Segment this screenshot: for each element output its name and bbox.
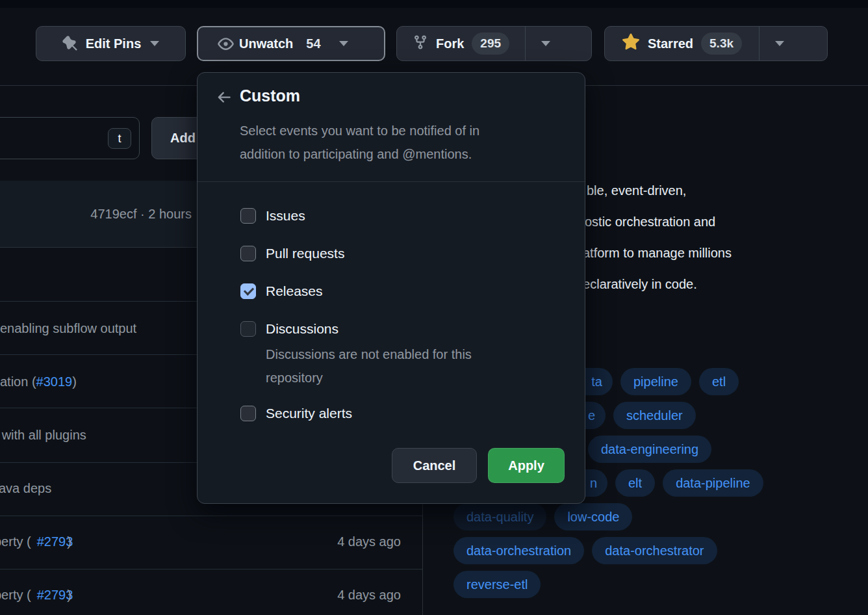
topic-tag[interactable]: data-orchestrator	[592, 537, 717, 564]
commit-message: perty (	[0, 534, 31, 549]
commit-message-suffix: )	[67, 588, 71, 602]
add-file-label: Add	[170, 131, 196, 146]
fork-button[interactable]: Fork 295	[397, 27, 525, 60]
star-button-group: Starred 5.3k	[604, 26, 828, 61]
topic-tag[interactable]: data-orchestration	[453, 537, 584, 564]
popover-title: Custom	[240, 86, 300, 105]
security-alerts-checkbox[interactable]	[240, 406, 256, 421]
fork-button-group: Fork 295	[396, 26, 592, 61]
issues-checkbox[interactable]	[240, 208, 256, 224]
fork-label: Fork	[436, 36, 464, 51]
repo-description-line: ble, event-driven,	[587, 183, 686, 198]
chevron-down-icon	[339, 41, 348, 46]
latest-commit-link[interactable]: 4719ecf · 2 hours	[0, 207, 192, 222]
top-edge-strip	[0, 0, 868, 8]
topics-row: data-engineering	[588, 436, 711, 463]
topic-tag[interactable]: etl	[699, 368, 739, 395]
custom-notifications-popover: Custom Select events you want to be noti…	[197, 72, 585, 504]
arrow-left-icon	[216, 98, 233, 108]
commit-age: 4 days ago	[260, 588, 401, 603]
pin-icon	[62, 36, 78, 51]
fork-dropdown-button[interactable]	[525, 27, 566, 60]
releases-label[interactable]: Releases	[266, 283, 323, 299]
chevron-down-icon	[150, 41, 159, 46]
popover-subtitle: addition to participating and @mentions.	[240, 147, 472, 162]
star-count-badge: 5.3k	[701, 33, 742, 55]
watchers-count: 54	[306, 36, 320, 51]
topic-tag[interactable]: data-quality	[453, 503, 546, 530]
chevron-down-icon	[541, 41, 550, 46]
unwatch-label: Unwatch	[239, 36, 293, 51]
topics-row: data-quality low-code	[453, 503, 632, 530]
discussions-note: repository	[266, 371, 323, 386]
commit-message: e with all plugins	[0, 428, 86, 442]
topic-tag[interactable]: pipeline	[620, 368, 691, 395]
back-button[interactable]	[215, 89, 233, 107]
pull-requests-label[interactable]: Pull requests	[266, 246, 344, 261]
go-to-file-input[interactable]: t	[0, 117, 140, 159]
repo-description-line: ostic orchestration and	[585, 215, 715, 229]
unwatch-button[interactable]: Unwatch 54	[197, 26, 385, 61]
row-divider	[0, 569, 422, 569]
star-dropdown-button[interactable]	[759, 27, 800, 60]
releases-checkbox[interactable]	[240, 283, 256, 299]
commit-message: enabling subflow output	[0, 321, 136, 335]
issues-label[interactable]: Issues	[266, 208, 305, 224]
discussions-checkbox[interactable]	[240, 321, 256, 337]
pull-requests-checkbox[interactable]	[240, 246, 256, 261]
discussions-label[interactable]: Discussions	[266, 321, 338, 337]
fork-count-badge: 295	[472, 33, 509, 55]
fork-icon	[413, 34, 428, 53]
github-repo-page: Edit Pins Unwatch 54 Fork 295 Starred 5.…	[0, 0, 868, 615]
eye-icon	[218, 36, 234, 52]
commit-message-suffix: )	[67, 534, 71, 549]
topics-row: ta pipeline etl	[559, 368, 739, 395]
topics-row: n elt data-pipeline	[559, 469, 763, 497]
popover-divider	[198, 181, 585, 182]
topic-tag[interactable]: elt	[615, 469, 655, 497]
chevron-down-icon	[775, 41, 784, 46]
topic-tag[interactable]: scheduler	[613, 402, 696, 429]
topics-row: data-orchestration data-orchestrator	[453, 537, 717, 564]
popover-subtitle: Select events you want to be notified of…	[240, 124, 479, 138]
commit-message-suffix: )	[72, 374, 77, 389]
topic-tag[interactable]: low-code	[554, 503, 632, 530]
star-icon	[622, 33, 640, 55]
pr-link[interactable]: #3019	[36, 374, 73, 389]
repo-description-line: atform to manage millions	[583, 246, 732, 261]
topics-row: reverse-etl	[453, 571, 541, 598]
commit-message: perty (	[0, 588, 31, 602]
commit-message: ava deps	[0, 481, 51, 495]
cancel-button[interactable]: Cancel	[392, 448, 477, 483]
apply-button[interactable]: Apply	[488, 448, 565, 483]
starred-label: Starred	[648, 36, 693, 51]
security-alerts-label[interactable]: Security alerts	[266, 406, 352, 421]
repo-description-line: declaratively in code.	[576, 277, 697, 292]
row-divider	[0, 516, 422, 516]
commit-message: ation (	[0, 374, 36, 389]
commit-age: 4 days ago	[260, 534, 401, 549]
edit-pins-label: Edit Pins	[86, 36, 142, 51]
topic-tag[interactable]: data-pipeline	[663, 469, 763, 497]
shortcut-key-badge: t	[108, 128, 131, 149]
edit-pins-button[interactable]: Edit Pins	[36, 26, 186, 61]
topic-tag[interactable]: reverse-etl	[453, 571, 541, 598]
topic-tag[interactable]: data-engineering	[588, 436, 711, 463]
discussions-note: Discussions are not enabled for this	[266, 347, 472, 362]
starred-button[interactable]: Starred 5.3k	[605, 27, 759, 60]
